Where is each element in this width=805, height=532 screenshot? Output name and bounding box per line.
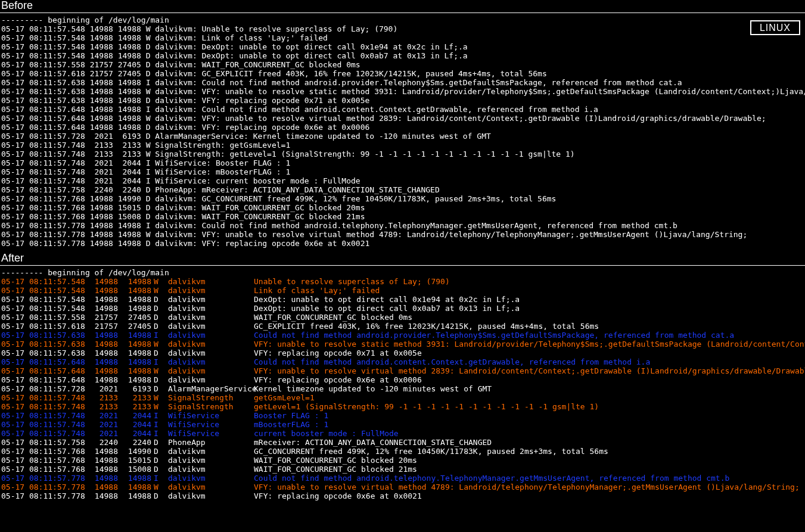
col-tag: PhoneApp <box>160 438 249 447</box>
col-tag: WifiService <box>160 429 249 438</box>
col-tag: dalvikvm <box>160 456 249 465</box>
before-log-block: --------- beginning of /dev/log/main 05-… <box>0 13 805 253</box>
col-lvl: W <box>151 340 160 349</box>
log-row: 05-17 08:11:57.72820216193DAlarmManagerS… <box>1 384 804 393</box>
col-ts: 05-17 08:11:57.648 <box>1 357 85 366</box>
col-lvl: D <box>151 304 160 313</box>
log-row: 05-17 08:11:57.5481498814988DdalvikvmDex… <box>1 304 804 313</box>
col-tag: dalvikvm <box>160 447 249 456</box>
col-msg: Kernel timezone updated to -120 minutes … <box>249 384 492 393</box>
log-row: 05-17 08:11:57.7781498814988DdalvikvmVFY… <box>1 491 804 500</box>
after-heading: After <box>0 253 805 266</box>
col-pid: 2021 <box>85 384 118 393</box>
col-tag: WifiService <box>160 411 249 420</box>
col-lvl: I <box>151 357 160 366</box>
log-row: 05-17 08:11:57.6381498814988IdalvikvmCou… <box>1 331 804 340</box>
col-msg: mBoosterFLAG : 1 <box>249 420 328 429</box>
log-row: 05-17 08:11:57.6381498814988WdalvikvmVFY… <box>1 340 804 349</box>
col-ts: 05-17 08:11:57.778 <box>1 491 85 500</box>
col-lvl: W <box>151 286 160 295</box>
col-ts: 05-17 08:11:57.548 <box>1 304 85 313</box>
col-msg: Could not find method android.content.Co… <box>249 357 650 366</box>
log-row: 05-17 08:11:57.5582175727405DdalvikvmWAI… <box>1 313 804 322</box>
col-ts: 05-17 08:11:57.748 <box>1 411 85 420</box>
col-msg: Unable to resolve superclass of Lay; (79… <box>249 277 450 286</box>
col-pid: 14988 <box>85 465 118 474</box>
linux-badge: LINUX <box>750 20 800 35</box>
col-tid: 15015 <box>118 456 151 465</box>
col-tag: dalvikvm <box>160 304 249 313</box>
col-tid: 14988 <box>118 304 151 313</box>
col-lvl: W <box>151 366 160 375</box>
col-ts: 05-17 08:11:57.638 <box>1 340 85 349</box>
col-tid: 2133 <box>118 393 151 402</box>
col-tid: 14988 <box>118 295 151 304</box>
col-tag: dalvikvm <box>160 313 249 322</box>
col-tid: 14988 <box>118 366 151 375</box>
col-tid: 14990 <box>118 447 151 456</box>
log-row: 05-17 08:11:57.7681498815008DdalvikvmWAI… <box>1 465 804 474</box>
col-tid: 2044 <box>118 429 151 438</box>
col-tag: AlarmManagerService <box>160 384 249 393</box>
col-tid: 14988 <box>118 491 151 500</box>
log-row: 05-17 08:11:57.5481498814988WdalvikvmLin… <box>1 286 804 295</box>
col-lvl: D <box>151 375 160 384</box>
log-row: 05-17 08:11:57.7681498814990DdalvikvmGC_… <box>1 447 804 456</box>
col-lvl: I <box>151 420 160 429</box>
col-pid: 21757 <box>85 313 118 322</box>
col-tag: dalvikvm <box>160 286 249 295</box>
col-ts: 05-17 08:11:57.548 <box>1 277 85 286</box>
col-tid: 14988 <box>118 331 151 340</box>
col-msg: getLevel=1 (SignalStrength: 99 -1 -1 -1 … <box>249 402 599 411</box>
col-tid: 15008 <box>118 465 151 474</box>
col-lvl: D <box>151 456 160 465</box>
col-pid: 2021 <box>85 429 118 438</box>
col-tag: dalvikvm <box>160 375 249 384</box>
col-msg: getGsmLevel=1 <box>249 393 315 402</box>
col-tid: 14988 <box>118 474 151 483</box>
col-tid: 14988 <box>118 375 151 384</box>
col-msg: Link of class 'Lay;' failed <box>249 286 380 295</box>
col-pid: 14988 <box>85 340 118 349</box>
col-ts: 05-17 08:11:57.748 <box>1 420 85 429</box>
log-row: 05-17 08:11:57.74820212044IWifiServiceBo… <box>1 411 804 420</box>
col-lvl: D <box>151 313 160 322</box>
col-tag: SignalStrength <box>160 393 249 402</box>
col-pid: 14988 <box>85 295 118 304</box>
col-pid: 14988 <box>85 491 118 500</box>
col-msg: Could not find method android.telephony.… <box>249 474 729 483</box>
col-ts: 05-17 08:11:57.768 <box>1 447 85 456</box>
col-pid: 2240 <box>85 438 118 447</box>
col-lvl: W <box>151 277 160 286</box>
col-lvl: D <box>151 349 160 357</box>
col-lvl: I <box>151 429 160 438</box>
col-tag: dalvikvm <box>160 295 249 304</box>
col-msg: WAIT_FOR_CONCURRENT_GC blocked 21ms <box>249 465 417 474</box>
col-tid: 27405 <box>118 322 151 331</box>
col-tid: 2044 <box>118 411 151 420</box>
col-tid: 14988 <box>118 340 151 349</box>
col-lvl: W <box>151 402 160 411</box>
col-tid: 2044 <box>118 420 151 429</box>
log-row: 05-17 08:11:57.6481498814988IdalvikvmCou… <box>1 357 804 366</box>
col-tag: WifiService <box>160 420 249 429</box>
col-ts: 05-17 08:11:57.768 <box>1 465 85 474</box>
col-msg: DexOpt: unable to opt direct call 0x1e94… <box>249 295 520 304</box>
col-tag: dalvikvm <box>160 331 249 340</box>
col-ts: 05-17 08:11:57.778 <box>1 483 85 491</box>
log-row: 05-17 08:11:57.5481498814988WdalvikvmUna… <box>1 277 804 286</box>
col-pid: 14988 <box>85 331 118 340</box>
col-msg: VFY: replacing opcode 0x6e at 0x0006 <box>249 375 422 384</box>
col-pid: 14988 <box>85 474 118 483</box>
col-msg: current booster mode : FullMode <box>249 429 399 438</box>
col-tid: 27405 <box>118 313 151 322</box>
col-lvl: D <box>151 384 160 393</box>
col-tag: dalvikvm <box>160 465 249 474</box>
col-pid: 14988 <box>85 375 118 384</box>
col-lvl: D <box>151 491 160 500</box>
col-lvl: I <box>151 331 160 340</box>
log-row: 05-17 08:11:57.7681498815015DdalvikvmWAI… <box>1 456 804 465</box>
log-row: 05-17 08:11:57.6481498814988DdalvikvmVFY… <box>1 375 804 384</box>
col-msg: DexOpt: unable to opt direct call 0x0ab7… <box>249 304 520 313</box>
col-pid: 2133 <box>85 393 118 402</box>
